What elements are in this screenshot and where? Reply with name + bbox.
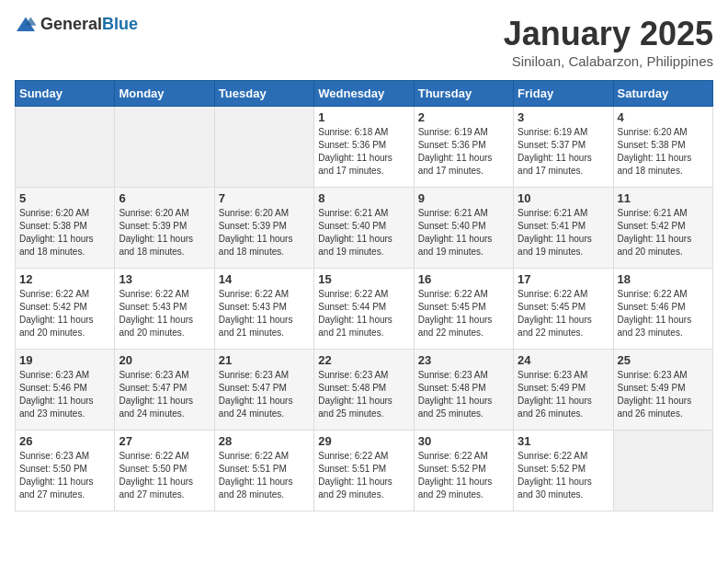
calendar-cell: 20 Sunrise: 6:23 AM Sunset: 5:47 PM Dayl… — [115, 350, 214, 431]
calendar-week-row: 1 Sunrise: 6:18 AM Sunset: 5:36 PM Dayli… — [16, 107, 713, 188]
calendar-cell — [214, 107, 313, 188]
day-number: 27 — [119, 434, 210, 448]
day-number: 17 — [518, 272, 609, 286]
calendar-cell: 31 Sunrise: 6:22 AM Sunset: 5:52 PM Dayl… — [514, 431, 613, 511]
day-info: Sunrise: 6:19 AM Sunset: 5:37 PM Dayligh… — [518, 126, 609, 178]
calendar-cell: 17 Sunrise: 6:22 AM Sunset: 5:45 PM Dayl… — [514, 269, 613, 350]
day-info: Sunrise: 6:19 AM Sunset: 5:36 PM Dayligh… — [418, 126, 509, 178]
calendar-table: SundayMondayTuesdayWednesdayThursdayFrid… — [15, 80, 713, 511]
day-info: Sunrise: 6:23 AM Sunset: 5:50 PM Dayligh… — [19, 450, 110, 501]
day-number: 28 — [219, 434, 310, 448]
day-number: 16 — [418, 272, 509, 286]
day-info: Sunrise: 6:21 AM Sunset: 5:41 PM Dayligh… — [518, 207, 609, 259]
weekday-header-tuesday: Tuesday — [214, 81, 313, 107]
calendar-cell: 7 Sunrise: 6:20 AM Sunset: 5:39 PM Dayli… — [214, 188, 313, 269]
calendar-cell: 5 Sunrise: 6:20 AM Sunset: 5:38 PM Dayli… — [16, 188, 115, 269]
calendar-week-row: 5 Sunrise: 6:20 AM Sunset: 5:38 PM Dayli… — [16, 188, 713, 269]
calendar-cell: 19 Sunrise: 6:23 AM Sunset: 5:46 PM Dayl… — [16, 350, 115, 431]
logo-text: GeneralBlue — [40, 15, 138, 34]
day-number: 14 — [219, 272, 310, 286]
calendar-cell: 14 Sunrise: 6:22 AM Sunset: 5:43 PM Dayl… — [214, 269, 313, 350]
day-info: Sunrise: 6:21 AM Sunset: 5:40 PM Dayligh… — [318, 207, 409, 259]
day-number: 19 — [19, 353, 110, 367]
day-number: 13 — [119, 272, 210, 286]
logo-general: General — [40, 15, 102, 33]
day-info: Sunrise: 6:22 AM Sunset: 5:44 PM Dayligh… — [318, 288, 409, 339]
day-number: 3 — [518, 110, 609, 124]
calendar-cell: 4 Sunrise: 6:20 AM Sunset: 5:38 PM Dayli… — [613, 107, 712, 188]
day-number: 22 — [318, 353, 409, 367]
day-number: 4 — [618, 110, 709, 124]
calendar-cell: 9 Sunrise: 6:21 AM Sunset: 5:40 PM Dayli… — [414, 188, 513, 269]
calendar-cell: 11 Sunrise: 6:21 AM Sunset: 5:42 PM Dayl… — [613, 188, 712, 269]
day-info: Sunrise: 6:22 AM Sunset: 5:43 PM Dayligh… — [219, 288, 310, 339]
day-info: Sunrise: 6:22 AM Sunset: 5:51 PM Dayligh… — [318, 450, 409, 501]
day-info: Sunrise: 6:22 AM Sunset: 5:51 PM Dayligh… — [219, 450, 310, 501]
day-number: 23 — [418, 353, 509, 367]
weekday-header-friday: Friday — [514, 81, 613, 107]
calendar-title: January 2025 — [504, 15, 713, 53]
calendar-cell: 23 Sunrise: 6:23 AM Sunset: 5:48 PM Dayl… — [414, 350, 513, 431]
calendar-subtitle: Siniloan, Calabarzon, Philippines — [504, 53, 713, 69]
weekday-header-saturday: Saturday — [613, 81, 712, 107]
day-info: Sunrise: 6:22 AM Sunset: 5:45 PM Dayligh… — [518, 288, 609, 339]
calendar-cell: 26 Sunrise: 6:23 AM Sunset: 5:50 PM Dayl… — [16, 431, 115, 511]
day-number: 7 — [219, 191, 310, 205]
calendar-cell: 27 Sunrise: 6:22 AM Sunset: 5:50 PM Dayl… — [115, 431, 214, 511]
weekday-header-monday: Monday — [115, 81, 214, 107]
day-number: 2 — [418, 110, 509, 124]
day-number: 1 — [318, 110, 409, 124]
calendar-cell — [613, 431, 712, 511]
day-info: Sunrise: 6:22 AM Sunset: 5:42 PM Dayligh… — [19, 288, 110, 339]
calendar-cell: 29 Sunrise: 6:22 AM Sunset: 5:51 PM Dayl… — [314, 431, 414, 511]
calendar-cell: 6 Sunrise: 6:20 AM Sunset: 5:39 PM Dayli… — [115, 188, 214, 269]
logo-blue: Blue — [102, 15, 138, 33]
calendar-cell: 16 Sunrise: 6:22 AM Sunset: 5:45 PM Dayl… — [414, 269, 513, 350]
day-info: Sunrise: 6:23 AM Sunset: 5:48 PM Dayligh… — [418, 369, 509, 420]
calendar-cell: 10 Sunrise: 6:21 AM Sunset: 5:41 PM Dayl… — [514, 188, 613, 269]
day-number: 26 — [19, 434, 110, 448]
day-number: 20 — [119, 353, 210, 367]
calendar-cell: 18 Sunrise: 6:22 AM Sunset: 5:46 PM Dayl… — [613, 269, 712, 350]
day-number: 11 — [618, 191, 709, 205]
day-info: Sunrise: 6:23 AM Sunset: 5:47 PM Dayligh… — [119, 369, 210, 420]
day-number: 31 — [518, 434, 609, 448]
day-info: Sunrise: 6:23 AM Sunset: 5:49 PM Dayligh… — [518, 369, 609, 420]
calendar-cell: 30 Sunrise: 6:22 AM Sunset: 5:52 PM Dayl… — [414, 431, 513, 511]
calendar-cell: 1 Sunrise: 6:18 AM Sunset: 5:36 PM Dayli… — [314, 107, 414, 188]
day-info: Sunrise: 6:22 AM Sunset: 5:52 PM Dayligh… — [518, 450, 609, 501]
calendar-cell — [115, 107, 214, 188]
calendar-week-row: 12 Sunrise: 6:22 AM Sunset: 5:42 PM Dayl… — [16, 269, 713, 350]
calendar-cell — [16, 107, 115, 188]
weekday-header-thursday: Thursday — [414, 81, 513, 107]
day-number: 24 — [518, 353, 609, 367]
day-number: 8 — [318, 191, 409, 205]
day-number: 5 — [19, 191, 110, 205]
day-number: 10 — [518, 191, 609, 205]
day-info: Sunrise: 6:20 AM Sunset: 5:39 PM Dayligh… — [219, 207, 310, 259]
calendar-cell: 12 Sunrise: 6:22 AM Sunset: 5:42 PM Dayl… — [16, 269, 115, 350]
weekday-header-wednesday: Wednesday — [314, 81, 414, 107]
day-info: Sunrise: 6:20 AM Sunset: 5:38 PM Dayligh… — [19, 207, 110, 259]
calendar-week-row: 26 Sunrise: 6:23 AM Sunset: 5:50 PM Dayl… — [16, 431, 713, 511]
calendar-cell: 15 Sunrise: 6:22 AM Sunset: 5:44 PM Dayl… — [314, 269, 414, 350]
calendar-cell: 3 Sunrise: 6:19 AM Sunset: 5:37 PM Dayli… — [514, 107, 613, 188]
logo: GeneralBlue — [15, 15, 138, 34]
day-number: 25 — [618, 353, 709, 367]
calendar-cell: 13 Sunrise: 6:22 AM Sunset: 5:43 PM Dayl… — [115, 269, 214, 350]
day-number: 18 — [618, 272, 709, 286]
day-number: 6 — [119, 191, 210, 205]
day-info: Sunrise: 6:22 AM Sunset: 5:50 PM Dayligh… — [119, 450, 210, 501]
calendar-week-row: 19 Sunrise: 6:23 AM Sunset: 5:46 PM Dayl… — [16, 350, 713, 431]
day-number: 30 — [418, 434, 509, 448]
day-info: Sunrise: 6:18 AM Sunset: 5:36 PM Dayligh… — [318, 126, 409, 178]
day-info: Sunrise: 6:22 AM Sunset: 5:46 PM Dayligh… — [618, 288, 709, 339]
day-info: Sunrise: 6:23 AM Sunset: 5:48 PM Dayligh… — [318, 369, 409, 420]
day-number: 15 — [318, 272, 409, 286]
day-number: 29 — [318, 434, 409, 448]
day-info: Sunrise: 6:23 AM Sunset: 5:46 PM Dayligh… — [19, 369, 110, 420]
calendar-cell: 22 Sunrise: 6:23 AM Sunset: 5:48 PM Dayl… — [314, 350, 414, 431]
title-block: January 2025 Siniloan, Calabarzon, Phili… — [504, 15, 713, 69]
day-info: Sunrise: 6:20 AM Sunset: 5:38 PM Dayligh… — [618, 126, 709, 178]
day-number: 12 — [19, 272, 110, 286]
